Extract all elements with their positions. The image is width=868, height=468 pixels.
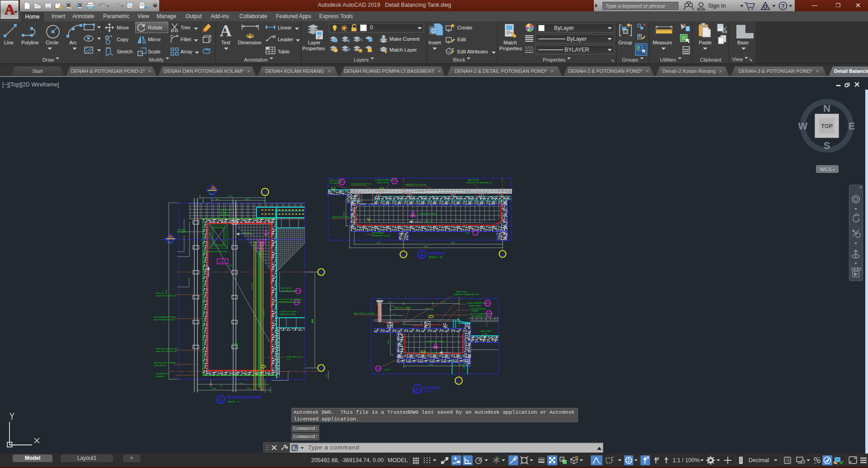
svg-text:SUMUR 40 DIA BETON: SUMUR 40 DIA BETON <box>156 295 176 297</box>
svg-text:Ab-xc3: Ab-xc3 <box>412 391 419 393</box>
svg-text:Ø8d x dia: Ø8d x dia <box>156 292 164 294</box>
svg-text:arah up: arah up <box>203 265 205 272</box>
svg-text:DIANGKER KE BASE BETON: DIANGKER KE BASE BETON <box>466 181 492 184</box>
svg-text:PASANGAN .xx0.x00: PASANGAN .xx0.x00 <box>372 234 390 237</box>
svg-text:E: E <box>849 120 855 132</box>
svg-text:M: M <box>264 191 266 194</box>
svg-text:BLOKADE: BLOKADE <box>177 231 186 233</box>
svg-text:-0.476: -0.476 <box>218 261 224 263</box>
svg-text:?: ? <box>781 3 784 9</box>
svg-text:TANGGUL COPING: TANGGUL COPING <box>394 306 412 309</box>
svg-text:LANTAI KERJA: LANTAI KERJA <box>156 372 169 375</box>
svg-text:TOP: TOP <box>821 123 832 129</box>
svg-text:2: 2 <box>421 252 422 255</box>
svg-text:1: 1 <box>219 396 222 400</box>
svg-text:ASCASAS: ASCASAS <box>220 214 229 216</box>
svg-text:PIPA INLET BALANCING: PIPA INLET BALANCING <box>156 348 178 350</box>
svg-text:SKALA 1 : 20: SKALA 1 : 20 <box>228 401 239 403</box>
svg-text:BASTI RAM: BASTI RAM <box>481 330 492 332</box>
svg-text:1000: 1000 <box>387 339 389 344</box>
svg-text:BAUT Ø d8a: BAUT Ø d8a <box>456 291 468 293</box>
svg-text:A-02: A-02 <box>209 193 214 195</box>
svg-text:1500: 1500 <box>343 212 345 216</box>
svg-text:150: 150 <box>325 374 327 377</box>
svg-text:DER URUG: DER URUG <box>281 287 292 289</box>
svg-text:M: M <box>457 379 460 383</box>
svg-text:BALANCING TANK: BALANCING TANK <box>427 340 444 343</box>
svg-text:CLASSES: CLASSES <box>156 375 165 377</box>
svg-text:1400: 1400 <box>451 242 455 244</box>
svg-text:PAPUNG BETON PAPAN: PAPUNG BETON PAPAN <box>154 362 176 364</box>
svg-text:OUTER JEL PLUM: OUTER JEL PLUM <box>280 310 296 313</box>
svg-text:200: 200 <box>377 297 381 300</box>
svg-text:PENGHBG BALANCING: PENGHBG BALANCING <box>279 301 301 303</box>
svg-text:SKALA 1 : 20: SKALA 1 : 20 <box>429 256 442 258</box>
svg-text:PAS. LATON: PAS. LATON <box>220 209 232 211</box>
svg-text:SLOPE 1%: SLOPE 1% <box>431 352 441 354</box>
svg-text:1900: 1900 <box>212 387 216 390</box>
svg-text:SELF PRIMING PUMP: SELF PRIMING PUMP <box>154 319 174 321</box>
svg-text:ELEV. 1%: ELEV. 1% <box>424 220 433 223</box>
svg-text:K1.B: K1.B <box>485 302 490 305</box>
svg-text:11: 11 <box>402 253 406 257</box>
svg-text:C1.A: C1.A <box>392 180 397 182</box>
svg-text:POTONGAN: POTONGAN <box>424 386 440 389</box>
svg-text:12: 12 <box>501 253 505 257</box>
svg-text:+1.20: +1.20 <box>286 358 291 361</box>
svg-text:500: 500 <box>393 313 396 315</box>
svg-text:WATER PROOFING: WATER PROOFING <box>332 216 350 218</box>
svg-text:CT.A: CT.A <box>487 313 491 315</box>
svg-text:41,3876: 41,3876 <box>263 310 265 317</box>
svg-text:-1.65: -1.65 <box>331 186 335 188</box>
svg-text:W: W <box>798 120 808 132</box>
svg-text:4300: 4300 <box>424 245 428 248</box>
svg-text:90: 90 <box>232 346 234 348</box>
svg-text:DIAMPER KE BASE BETON: DIAMPER KE BASE BETON <box>454 293 479 296</box>
svg-text:JENIS 1A.WA: JENIS 1A.WA <box>377 181 389 184</box>
svg-text:6100: 6100 <box>165 290 167 294</box>
svg-text:PASIR PADAT: PASIR PADAT <box>372 232 384 234</box>
svg-text:JIDAR BETON: JIDAR BETON <box>154 364 166 367</box>
svg-text:A1-P02: A1-P02 <box>217 402 224 404</box>
svg-text:BAUT Ø d8a: BAUT Ø d8a <box>468 179 479 181</box>
svg-text:4/10: 4/10 <box>377 242 381 244</box>
svg-text:11: 11 <box>319 271 323 274</box>
svg-text:PRAPORKOPANG: PRAPORKOPANG <box>280 313 296 315</box>
svg-text:LUXUR: LUXUR <box>384 368 390 371</box>
svg-text:Tile(A/B): Tile(A/B) <box>471 310 479 312</box>
svg-text:3,350: 3,350 <box>238 382 243 385</box>
svg-text:Ab-xLx: Ab-xLx <box>417 256 424 258</box>
svg-text:100: 100 <box>460 363 464 366</box>
svg-text:OUTER KOLAM RENANG: OUTER KOLAM RENANG <box>279 298 303 301</box>
svg-text:+1.70: +1.70 <box>482 333 487 335</box>
svg-text:1400: 1400 <box>245 198 249 201</box>
svg-text:WINGKLE RECEPTOR: WINGKLE RECEPTOR <box>351 183 371 185</box>
svg-text:LU04: LU04 <box>465 232 470 234</box>
svg-text:BASE BETON +KERMA: BASE BETON +KERMA <box>354 312 375 315</box>
svg-text:2000: 2000 <box>228 195 233 197</box>
svg-text:A-02: A-02 <box>168 241 172 244</box>
svg-text:+1.20: +1.20 <box>259 241 265 244</box>
svg-text:2,8M x8: 2,8M x8 <box>242 231 250 234</box>
svg-text:DETAIL BALANCING TANK: DETAIL BALANCING TANK <box>227 396 262 398</box>
svg-text:SKALA 1 : 20: SKALA 1 : 20 <box>424 390 437 393</box>
svg-text:300: 300 <box>266 383 270 386</box>
svg-text:800: 800 <box>229 264 232 267</box>
svg-text:2: 2 <box>416 386 418 389</box>
svg-text:TANK KE PUMP ROOM: TANK KE PUMP ROOM <box>156 350 177 353</box>
svg-text:+1.20: +1.20 <box>427 314 432 316</box>
svg-text:S: S <box>824 140 830 151</box>
svg-text:1500: 1500 <box>429 363 433 366</box>
svg-text:KT.3: KT.3 <box>340 181 344 183</box>
svg-text:ASCENT: ASCENT <box>220 211 228 214</box>
svg-text:600: 600 <box>204 259 206 263</box>
svg-text:MESIN BALANSIR TANK: MESIN BALANSIR TANK <box>154 316 175 318</box>
svg-text:C1.B: C1.B <box>376 368 380 370</box>
svg-text:KRAN RAPOPLOK: KRAN RAPOPLOK <box>286 356 303 358</box>
svg-text:1400: 1400 <box>388 301 393 303</box>
svg-text:600: 600 <box>216 198 219 201</box>
svg-text:KOLAM GE. PLNT: KOLAM GE. PLNT <box>281 290 298 292</box>
svg-text:POTONGAN: POTONGAN <box>429 251 445 254</box>
svg-text:JENIS 1A.WA: JENIS 1A.WA <box>469 305 481 307</box>
svg-text:N: N <box>823 103 830 114</box>
